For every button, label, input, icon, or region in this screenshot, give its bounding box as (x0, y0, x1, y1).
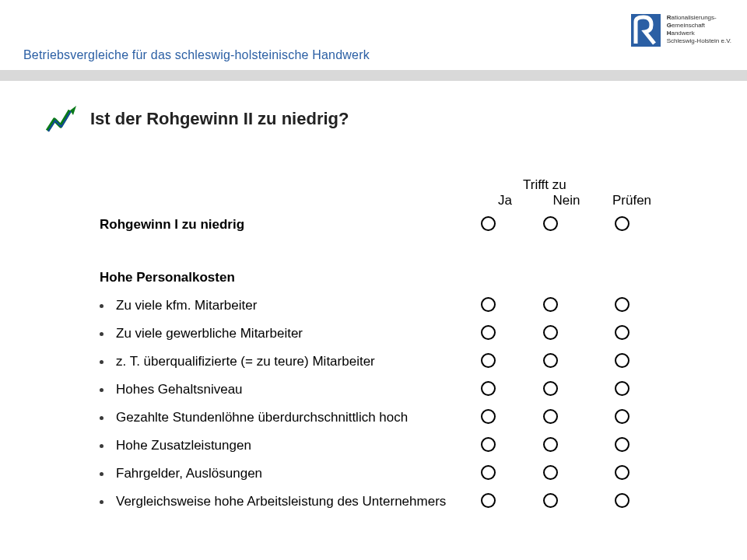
list-item-sub: Zu viele gewerbliche Mitarbeiter (79, 322, 716, 345)
option-ja[interactable] (481, 216, 496, 231)
bullet-dot-icon (100, 360, 103, 364)
bullet-dot-icon (100, 416, 103, 420)
option-nein[interactable] (543, 297, 558, 312)
header: Betriebsvergleiche für das schleswig-hol… (0, 0, 747, 78)
list-item-sub: Gezahlte Stundenlöhne überdurchschnittli… (79, 406, 716, 429)
chart-arrow-icon (45, 104, 79, 138)
option-ja[interactable] (481, 465, 496, 480)
option-pruf[interactable] (615, 381, 630, 396)
option-pruf[interactable] (615, 216, 630, 231)
option-pruf[interactable] (615, 409, 630, 424)
option-pruf[interactable] (615, 297, 630, 312)
item-label: Gezahlte Stundenlöhne überdurchschnittli… (116, 410, 408, 425)
option-ja[interactable] (481, 353, 496, 368)
option-pruf[interactable] (615, 465, 630, 480)
question-row: Ist der Rohgewinn II zu niedrig? (45, 109, 716, 138)
option-ja[interactable] (481, 409, 496, 424)
svg-point-3 (80, 272, 91, 283)
option-ja[interactable] (481, 437, 496, 452)
list-item-sub: Hohe Zusatzleistungen (79, 434, 716, 457)
logo-block: Rationalisierungs- Gemeinschaft Handwerk… (631, 14, 731, 47)
logo-icon (631, 14, 661, 47)
column-header-nein: Nein (534, 193, 599, 208)
bullet-sphere-icon (79, 219, 92, 231)
column-header-pruefen: Prüfen (599, 193, 665, 208)
item-label: Fahrgelder, Auslösungen (116, 466, 262, 481)
item-label: Rohgewinn I zu niedrig (100, 217, 244, 233)
column-group-label: Trifft zu (523, 177, 566, 192)
bullet-dot-icon (100, 472, 103, 476)
item-label: Zu viele gewerbliche Mitarbeiter (116, 326, 303, 341)
item-label: Hohe Personalkosten (100, 270, 235, 285)
option-pruf[interactable] (615, 493, 630, 508)
item-label: Vergleichsweise hohe Arbeitsleistung des… (116, 494, 446, 509)
bullet-sphere-icon (79, 271, 92, 284)
logo-text: Rationalisierungs- Gemeinschaft Handwerk… (667, 14, 731, 45)
option-nein[interactable] (543, 409, 558, 424)
column-headers: Ja Nein Prüfen (79, 193, 716, 208)
list-item-sub: Fahrgelder, Auslösungen (79, 462, 716, 485)
item-label: Zu viele kfm. Mitarbeiter (116, 298, 257, 313)
bullet-dot-icon (100, 500, 103, 504)
svg-point-2 (80, 219, 91, 230)
column-header-ja: Ja (476, 193, 534, 208)
list-item-main: Rohgewinn I zu niedrig (79, 213, 716, 236)
page-title: Betriebsvergleiche für das schleswig-hol… (23, 48, 370, 62)
option-pruf[interactable] (615, 325, 630, 340)
question-heading: Ist der Rohgewinn II zu niedrig? (90, 109, 349, 129)
column-group-header: Trifft zu (79, 177, 716, 193)
option-nein[interactable] (543, 381, 558, 396)
option-ja[interactable] (481, 325, 496, 340)
content: Ist der Rohgewinn II zu niedrig? Trifft … (45, 109, 716, 513)
option-nein[interactable] (543, 353, 558, 368)
bullet-dot-icon (100, 444, 103, 448)
list-item-sub: Zu viele kfm. Mitarbeiter (79, 294, 716, 317)
list-item-sub: Vergleichsweise hohe Arbeitsleistung des… (79, 490, 716, 513)
bullet-dot-icon (100, 388, 103, 392)
checklist: Trifft zu Ja Nein Prüfen Rohgewinn I zu … (79, 177, 716, 513)
item-label: Hohe Zusatzleistungen (116, 438, 251, 453)
list-item-sub: z. T. überqualifizierte (= zu teure) Mit… (79, 350, 716, 373)
option-nein[interactable] (543, 216, 558, 231)
option-pruf[interactable] (615, 353, 630, 368)
option-pruf[interactable] (615, 437, 630, 452)
bullet-dot-icon (100, 332, 103, 336)
item-label: z. T. überqualifizierte (= zu teure) Mit… (116, 354, 375, 369)
option-ja[interactable] (481, 381, 496, 396)
option-ja[interactable] (481, 297, 496, 312)
list-item-sub: Hohes Gehaltsniveau (79, 378, 716, 401)
option-ja[interactable] (481, 493, 496, 508)
option-nein[interactable] (543, 493, 558, 508)
item-label: Hohes Gehaltsniveau (116, 382, 243, 397)
option-nein[interactable] (543, 325, 558, 340)
option-nein[interactable] (543, 465, 558, 480)
divider-bar (0, 70, 747, 81)
option-nein[interactable] (543, 437, 558, 452)
list-item-main: Hohe Personalkosten (79, 266, 716, 289)
bullet-dot-icon (100, 304, 103, 308)
svg-marker-1 (70, 106, 76, 115)
